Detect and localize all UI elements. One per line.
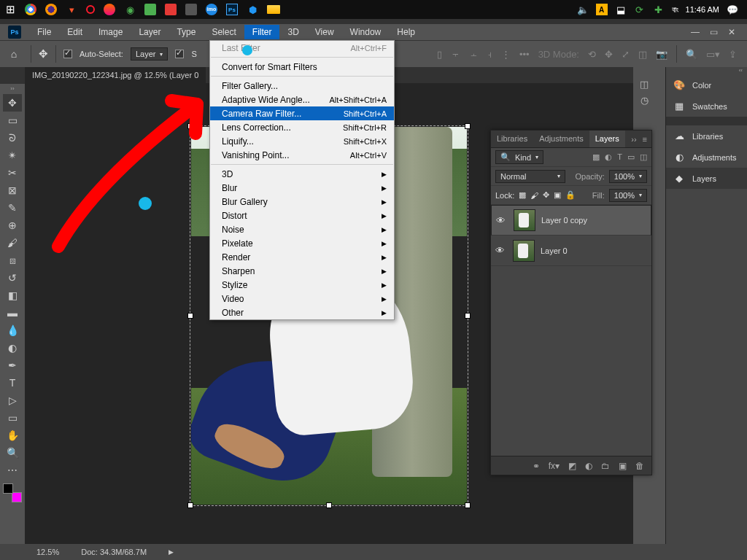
panel-layers[interactable]: ◆Layers: [666, 168, 747, 189]
filter-pixel-icon[interactable]: ▩: [592, 152, 600, 162]
align-icon-4[interactable]: ⫞: [487, 49, 492, 60]
zoom-tool[interactable]: 🔍: [3, 444, 22, 462]
tab-libraries[interactable]: Libraries: [491, 131, 533, 147]
visibility-icon[interactable]: 👁: [496, 215, 508, 226]
menu-select[interactable]: Select: [204, 25, 244, 39]
lock-trans-icon[interactable]: ▩: [519, 190, 526, 200]
menu-window[interactable]: Window: [342, 25, 390, 39]
menu-noise-sub[interactable]: Noise▶: [210, 222, 394, 236]
tray-icon-a[interactable]: A: [596, 4, 608, 15]
tab-layers[interactable]: Layers: [589, 131, 625, 147]
menu-sharpen-sub[interactable]: Sharpen▶: [210, 264, 394, 278]
menu-distort-sub[interactable]: Distort▶: [210, 209, 394, 222]
rectangle-tool[interactable]: ▭: [3, 409, 22, 427]
menu-type[interactable]: Type: [169, 25, 204, 39]
menu-vanishing-point[interactable]: Vanishing Point...Alt+Ctrl+V: [210, 148, 394, 162]
explorer-icon[interactable]: [267, 5, 280, 14]
adjustment-icon[interactable]: ◐: [585, 461, 592, 471]
3d-icon-1[interactable]: ⟲: [588, 49, 596, 60]
notif-icon[interactable]: 💬: [727, 4, 738, 15]
pen-tool[interactable]: ✒: [3, 357, 22, 374]
layer-name[interactable]: Layer 0: [541, 246, 568, 255]
menu-blur-gallery-sub[interactable]: Blur Gallery▶: [210, 195, 394, 209]
type-tool[interactable]: T: [3, 374, 22, 392]
frame-tool[interactable]: ⊠: [3, 182, 22, 199]
menu-filter-gallery[interactable]: Filter Gallery...: [210, 79, 394, 93]
menu-camera-raw-filter[interactable]: Camera Raw Filter...Shift+Ctrl+A: [210, 106, 394, 120]
marquee-tool[interactable]: ▭: [3, 112, 22, 129]
history-brush-tool[interactable]: ↺: [3, 269, 22, 287]
app-icon-2[interactable]: ◉: [124, 4, 136, 15]
tools-collapse-icon[interactable]: ››: [0, 85, 25, 94]
filter-smart-icon[interactable]: ◫: [640, 152, 647, 162]
layer-thumbnail[interactable]: [513, 240, 535, 262]
panel-menu-icon[interactable]: ≡: [643, 135, 647, 144]
gradient-tool[interactable]: ▬: [3, 304, 22, 322]
align-icon-2[interactable]: ⫟: [451, 49, 460, 60]
brave-icon[interactable]: ▾: [66, 4, 77, 15]
app-icon-1[interactable]: [104, 4, 115, 15]
clock[interactable]: 11:46 AM: [686, 5, 719, 14]
search-icon[interactable]: 🔍: [686, 49, 697, 60]
auto-select-checkbox[interactable]: [63, 50, 72, 58]
blend-mode-select[interactable]: Normal▾: [495, 170, 565, 183]
panel-expand-icon[interactable]: ››: [631, 135, 636, 144]
app-icon-6[interactable]: ⬢: [247, 4, 258, 15]
tray-icon-2[interactable]: ⟳: [634, 4, 646, 15]
menu-stylize-sub[interactable]: Stylize▶: [210, 278, 394, 292]
panel-adjustments[interactable]: ◐Adjustments: [666, 147, 747, 168]
panel-color[interactable]: 🎨Color: [666, 74, 747, 96]
trash-icon[interactable]: 🗑: [635, 461, 644, 471]
maximize-button[interactable]: ▭: [710, 27, 718, 37]
menu-last-filter[interactable]: Last FilterAlt+Ctrl+F: [210, 41, 394, 55]
brush-tool[interactable]: 🖌: [3, 234, 22, 252]
layer-thumbnail[interactable]: [514, 209, 535, 231]
layer-item[interactable]: 👁 Layer 0 copy: [491, 205, 651, 236]
3d-icon-4[interactable]: ◫: [638, 49, 647, 60]
group-icon[interactable]: 🗀: [601, 461, 610, 471]
mask-icon[interactable]: ◩: [568, 461, 576, 471]
imo-icon[interactable]: imo: [206, 4, 217, 15]
menu-video-sub[interactable]: Video▶: [210, 292, 394, 306]
healing-tool[interactable]: ⊕: [3, 217, 22, 234]
background-color[interactable]: [12, 492, 22, 502]
new-layer-icon[interactable]: ▣: [619, 461, 627, 471]
menu-layer[interactable]: Layer: [131, 25, 169, 39]
start-icon[interactable]: ⊞: [4, 4, 16, 15]
tray-icon-1[interactable]: ⬓: [615, 4, 627, 15]
edit-toolbar[interactable]: ⋯: [3, 462, 22, 479]
menu-file[interactable]: File: [29, 25, 59, 39]
color-swatches[interactable]: [3, 483, 22, 502]
panel-swatches[interactable]: ▦Swatches: [666, 96, 747, 117]
app-icon-5[interactable]: [185, 4, 197, 15]
layer-item[interactable]: 👁 Layer 0: [491, 236, 651, 266]
visibility-icon[interactable]: 👁: [495, 245, 507, 256]
link-icon[interactable]: ⚭: [533, 461, 540, 471]
show-transform-checkbox[interactable]: [175, 50, 184, 58]
fx-icon[interactable]: fx▾: [549, 461, 560, 471]
align-icon-3[interactable]: ⫠: [469, 49, 479, 60]
filter-kind-select[interactable]: 🔍Kind▾: [495, 150, 543, 164]
align-icon-5[interactable]: ⋮: [501, 49, 511, 60]
tray-icon-3[interactable]: ✚: [653, 4, 665, 15]
eyedropper-tool[interactable]: ✎: [3, 199, 22, 217]
crop-tool[interactable]: ✂: [3, 164, 22, 182]
menu-other-sub[interactable]: Other▶: [210, 306, 394, 319]
collapse-icon[interactable]: ‹‹: [666, 67, 747, 74]
menu-3d-sub[interactable]: 3D▶: [210, 167, 394, 181]
tab-adjustments[interactable]: Adjustments: [533, 131, 589, 147]
lasso-tool[interactable]: ᘐ: [3, 129, 22, 147]
move-tool[interactable]: ✥: [3, 94, 22, 112]
panel-icon-1[interactable]: ◫: [640, 79, 649, 90]
menu-convert-smart[interactable]: Convert for Smart Filters: [210, 60, 394, 74]
menu-blur-sub[interactable]: Blur▶: [210, 181, 394, 195]
panel-libraries[interactable]: ☁Libraries: [666, 125, 747, 147]
lock-pos-icon[interactable]: ✥: [543, 190, 549, 200]
chrome-icon[interactable]: [25, 4, 36, 15]
fill-value[interactable]: 100%▾: [609, 189, 647, 202]
hand-tool[interactable]: ✋: [3, 427, 22, 444]
menu-liquify[interactable]: Liquify...Shift+Ctrl+X: [210, 134, 394, 148]
more-icon[interactable]: •••: [519, 49, 530, 60]
menu-3d[interactable]: 3D: [279, 25, 306, 39]
workspace-icon[interactable]: ▭▾: [706, 49, 720, 60]
